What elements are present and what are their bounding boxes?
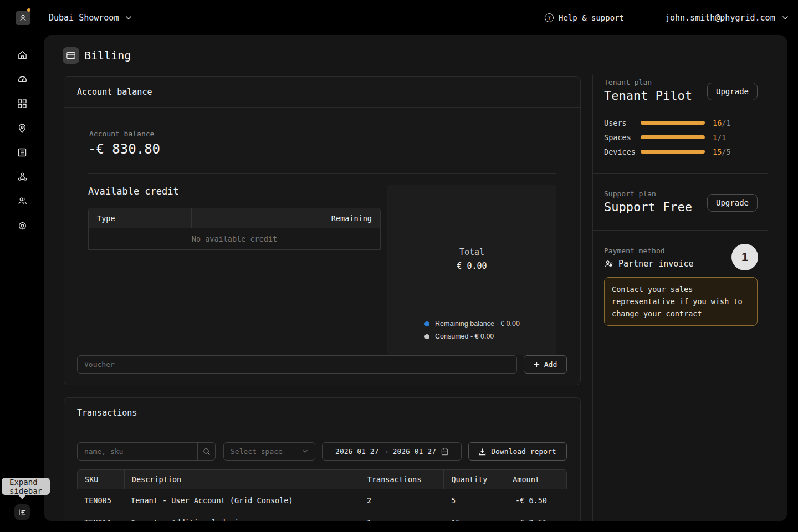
table-row[interactable]: TEN011 Tenant - Additional device 1 15 -… <box>77 511 567 521</box>
chevron-down-icon <box>302 449 308 453</box>
network-icon <box>17 172 28 182</box>
upgrade-tenant-button[interactable]: Upgrade <box>707 83 758 100</box>
download-report-button[interactable]: Download report <box>468 442 567 461</box>
usage-bar <box>641 121 705 125</box>
legend-item-remaining: Remaining balance - € 0.00 <box>424 320 520 328</box>
expand-sidebar-tooltip-label: Expand sidebar <box>9 478 42 495</box>
usage-value: 1/1 <box>713 133 726 142</box>
legend-dot-gray <box>424 334 429 339</box>
usage-value: 16/1 <box>713 119 731 127</box>
col-sku: SKU <box>78 470 124 489</box>
legend-label: Remaining balance - € 0.00 <box>435 320 520 328</box>
tenant-plan-name: Tenant Pilot <box>604 89 692 103</box>
cell-amount: -€ 6.50 <box>505 489 567 511</box>
sidebar-item-dashboard[interactable] <box>0 67 44 91</box>
download-button-label: Download report <box>491 447 556 456</box>
cell-transactions: 2 <box>360 489 444 511</box>
usage-row-spaces: Spaces 1/1 <box>604 132 768 142</box>
space-select[interactable]: Select space <box>223 442 315 461</box>
add-voucher-button[interactable]: Add <box>524 355 567 374</box>
available-credit-table: Type Remaining No available credit <box>88 208 381 250</box>
date-to: 2026-01-27 <box>393 447 436 456</box>
cell-transactions: 1 <box>360 511 444 521</box>
sidebar-item-integrations[interactable] <box>0 165 44 189</box>
expand-sidebar-tooltip: Expand sidebar <box>2 478 50 495</box>
notification-dot <box>27 8 30 12</box>
usage-row-users: Users 16/1 <box>604 117 768 128</box>
cell-amount: -€ 2.51 <box>505 511 567 521</box>
help-support-button[interactable]: Help & support <box>545 0 624 35</box>
expand-sidebar-button[interactable] <box>14 504 30 520</box>
credit-col-remaining: Remaining <box>192 208 380 228</box>
date-range-picker[interactable]: 2026-01-27 → 2026-01-27 <box>322 442 462 461</box>
section-divider <box>593 173 768 174</box>
usage-bar <box>641 150 705 154</box>
help-icon <box>545 13 554 22</box>
transactions-search <box>77 442 216 461</box>
section-divider <box>593 230 768 231</box>
cell-sku: TEN005 <box>77 489 124 511</box>
add-button-label: Add <box>544 360 557 369</box>
arrow-right-icon: → <box>383 448 387 456</box>
page-title: Billing <box>84 49 131 62</box>
topbar: Dubai Showroom Help & support john.smith… <box>0 0 798 35</box>
sidebar-item-users[interactable] <box>0 189 44 213</box>
upgrade-support-button[interactable]: Upgrade <box>707 194 758 212</box>
sidebar-item-orders[interactable] <box>0 140 44 165</box>
usage-limit: /1 <box>717 133 726 142</box>
usage-used: 1 <box>713 133 717 142</box>
chevron-down-icon <box>125 16 132 20</box>
legend-dot-blue <box>424 321 429 326</box>
sidebar-item-settings[interactable] <box>0 213 44 238</box>
legend-item-consumed: Consumed - € 0.00 <box>424 332 520 340</box>
list-document-icon <box>17 147 27 157</box>
person-icon <box>19 14 27 22</box>
sidebar-item-apps[interactable] <box>0 91 44 116</box>
account-balance-card: Account balance Account balance -€ 830.8… <box>64 76 581 385</box>
app-logo-button[interactable] <box>16 11 30 25</box>
usage-label: Spaces <box>604 133 641 142</box>
usage-used: 16 <box>713 119 722 127</box>
account-card-header: Account balance <box>64 77 580 108</box>
cell-quantity: 5 <box>444 489 505 511</box>
cell-description: Tenant - Additional device <box>124 511 360 521</box>
home-icon <box>17 50 28 60</box>
credit-col-type: Type <box>89 208 192 228</box>
sidebar-item-home[interactable] <box>0 43 44 67</box>
sidebar-item-spaces[interactable] <box>0 116 44 140</box>
table-row[interactable]: TEN005 Tenant - User Account (Grid Conso… <box>77 489 567 511</box>
chevron-down-icon <box>782 16 789 20</box>
payment-method-row: Partner invoice <box>604 259 693 269</box>
credit-chart-panel: Total € 0.00 Remaining balance - € 0.00 … <box>387 185 556 355</box>
search-button[interactable] <box>197 443 215 460</box>
usage-limit: /1 <box>722 119 730 127</box>
support-plan-label: Support plan <box>604 190 656 198</box>
usage-value: 15/5 <box>713 147 731 156</box>
payment-method-label: Payment method <box>604 247 665 255</box>
chart-total-label: Total <box>387 247 556 257</box>
account-balance-value: -€ 830.80 <box>88 141 160 157</box>
transactions-card: Transactions Select space 2026-01-27 <box>64 397 581 521</box>
col-quantity: Quantity <box>443 470 505 489</box>
users-icon <box>17 196 28 206</box>
usage-meters: Users 16/1 Spaces 1/1 Devices 15/5 <box>604 117 768 157</box>
transactions-table-header: SKU Description Transactions Quantity Am… <box>77 469 567 489</box>
transactions-table: SKU Description Transactions Quantity Am… <box>77 469 567 521</box>
usage-label: Users <box>604 119 641 127</box>
chart-total-value: € 0.00 <box>387 261 556 271</box>
expand-sidebar-icon <box>18 509 27 516</box>
col-description: Description <box>124 470 360 489</box>
user-menu[interactable]: john.smith@phygrid.com <box>665 0 789 35</box>
credit-table-header: Type Remaining <box>89 208 380 228</box>
plus-icon <box>534 361 540 367</box>
voucher-input[interactable] <box>77 355 517 374</box>
tooltip-caret <box>18 495 26 499</box>
transactions-search-input[interactable] <box>78 443 197 460</box>
workspace-selector[interactable]: Dubai Showroom <box>49 0 132 35</box>
location-pin-icon <box>17 123 27 134</box>
main-panel: Billing Account balance Account balance … <box>44 35 787 521</box>
space-select-placeholder: Select space <box>231 447 283 456</box>
partner-icon <box>604 259 613 269</box>
search-icon <box>203 448 211 456</box>
download-icon <box>479 448 486 456</box>
